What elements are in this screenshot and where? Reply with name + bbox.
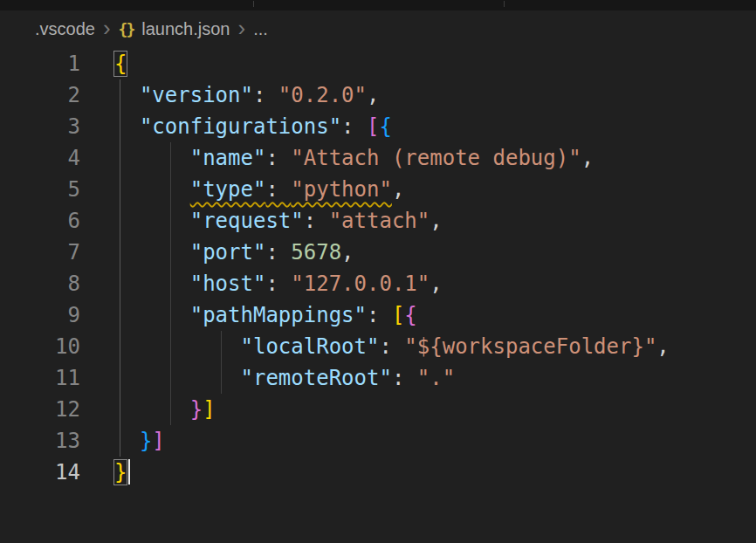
editor-line[interactable]: 10 "localRoot": "${workspaceFolder}",: [0, 331, 756, 362]
code-token: [114, 272, 190, 296]
code-token: ]: [152, 429, 164, 453]
line-code[interactable]: {: [87, 48, 127, 79]
code-token: :: [265, 240, 291, 265]
line-code[interactable]: "pathMappings": [{: [87, 299, 417, 331]
code-token: [114, 177, 190, 202]
code-token: :: [265, 177, 291, 202]
line-code[interactable]: "port": 5678,: [87, 237, 354, 268]
line-number[interactable]: 7: [0, 237, 87, 268]
code-token: :: [392, 366, 417, 390]
code-editor[interactable]: 1{2 "version": "0.2.0",3 "configurations…: [0, 48, 756, 543]
code-token: [114, 334, 241, 359]
code-token: "127.0.0.1": [291, 272, 430, 296]
code-token: "configurations": [140, 114, 341, 139]
code-token: "0.2.0": [278, 83, 367, 107]
line-number[interactable]: 9: [0, 299, 87, 331]
editor-line[interactable]: 2 "version": "0.2.0",: [0, 79, 756, 111]
code-token: ".": [417, 366, 455, 390]
editor-line[interactable]: 6 "request": "attach",: [0, 205, 756, 237]
code-token: "request": [190, 209, 304, 233]
line-number[interactable]: 3: [0, 111, 87, 142]
tab-bar[interactable]: [0, 0, 756, 10]
breadcrumb-file[interactable]: launch.json: [141, 19, 230, 39]
chevron-right-icon: ›: [103, 19, 111, 40]
code-token: }: [140, 429, 152, 453]
code-token: "localRoot": [241, 334, 380, 359]
editor-line[interactable]: 5 "type": "python",: [0, 174, 756, 205]
code-token: [114, 366, 241, 390]
code-token: 5678: [291, 240, 341, 265]
code-token: {: [114, 52, 127, 76]
code-token: {: [404, 303, 416, 327]
line-number[interactable]: 14: [0, 457, 87, 488]
code-token: [114, 397, 190, 422]
line-number[interactable]: 8: [0, 268, 87, 299]
line-code[interactable]: "type": "python",: [87, 174, 404, 205]
line-code[interactable]: "request": "attach",: [87, 205, 443, 237]
line-code[interactable]: }]: [87, 394, 216, 425]
code-token: ,: [367, 83, 379, 107]
editor-line[interactable]: 1{: [0, 48, 756, 79]
line-number[interactable]: 13: [0, 425, 87, 457]
line-number[interactable]: 4: [0, 142, 87, 174]
editor-line[interactable]: 3 "configurations": [{: [0, 111, 756, 142]
code-token: [114, 240, 190, 265]
breadcrumb: .vscode › {} launch.json › ...: [0, 10, 756, 48]
code-token: [114, 146, 190, 170]
code-token: [: [392, 303, 404, 327]
code-token: :: [253, 83, 278, 107]
code-token: ,: [430, 272, 442, 296]
line-code[interactable]: "localRoot": "${workspaceFolder}",: [87, 331, 670, 362]
line-code[interactable]: }]: [87, 425, 165, 457]
code-token: [114, 303, 190, 327]
code-token: :: [367, 303, 392, 327]
line-code[interactable]: }: [87, 457, 130, 488]
editor-line[interactable]: 13 }]: [0, 425, 756, 457]
editor-line[interactable]: 9 "pathMappings": [{: [0, 299, 756, 331]
line-code[interactable]: "version": "0.2.0",: [87, 79, 379, 111]
code-token: [114, 114, 140, 139]
line-code[interactable]: "configurations": [{: [87, 111, 392, 142]
line-number[interactable]: 6: [0, 205, 87, 237]
tab-separator: [504, 1, 505, 7]
code-token: [114, 83, 140, 107]
code-token: {: [379, 114, 391, 139]
line-code[interactable]: "remoteRoot": ".": [87, 362, 455, 394]
code-token: [114, 429, 140, 453]
line-number[interactable]: 10: [0, 331, 87, 362]
code-token: "version": [140, 83, 253, 107]
editor-line[interactable]: 8 "host": "127.0.0.1",: [0, 268, 756, 299]
code-token: ,: [656, 334, 669, 359]
line-number[interactable]: 5: [0, 174, 87, 205]
code-token: ]: [203, 397, 215, 422]
code-token: "attach": [329, 209, 430, 233]
code-token: :: [304, 209, 329, 233]
line-number[interactable]: 1: [0, 48, 87, 79]
code-token: "pathMappings": [190, 303, 367, 327]
editor-lines: 1{2 "version": "0.2.0",3 "configurations…: [0, 48, 756, 488]
code-token: [114, 209, 190, 233]
editor-line[interactable]: 7 "port": 5678,: [0, 237, 756, 268]
editor-line[interactable]: 12 }]: [0, 394, 756, 425]
breadcrumb-folder[interactable]: .vscode: [35, 19, 95, 39]
code-token: ,: [341, 240, 354, 265]
editor-line[interactable]: 11 "remoteRoot": ".": [0, 362, 756, 394]
code-token: "python": [291, 177, 392, 202]
code-token: "Attach (remote debug)": [291, 146, 581, 170]
code-token: "host": [190, 272, 266, 296]
line-number[interactable]: 12: [0, 394, 87, 425]
editor-line[interactable]: 4 "name": "Attach (remote debug)",: [0, 142, 756, 174]
editor-line[interactable]: 14}: [0, 457, 756, 488]
code-token: :: [341, 114, 367, 139]
line-code[interactable]: "name": "Attach (remote debug)",: [87, 142, 594, 174]
code-token: "remoteRoot": [241, 366, 392, 390]
code-token: }: [190, 397, 203, 422]
text-cursor: [128, 459, 130, 485]
line-number[interactable]: 2: [0, 79, 87, 111]
code-token: ,: [392, 177, 404, 202]
code-token: }: [114, 460, 127, 485]
code-token: "${workspaceFolder}": [404, 334, 656, 359]
line-number[interactable]: 11: [0, 362, 87, 394]
breadcrumb-symbol[interactable]: ...: [253, 19, 268, 39]
line-code[interactable]: "host": "127.0.0.1",: [87, 268, 443, 299]
